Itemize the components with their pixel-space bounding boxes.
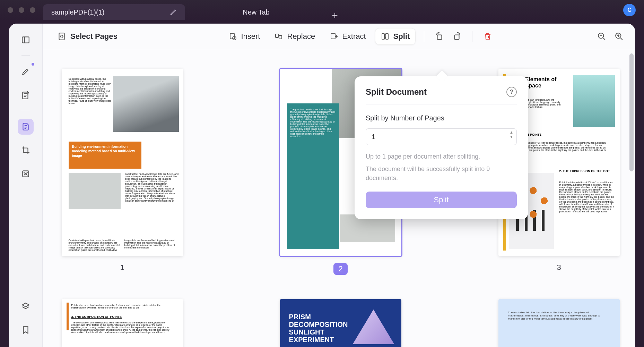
popover-title: Split Document — [366, 87, 427, 97]
thumbnail-cell: PRISM DECOMPOSITION SUNLIGHT EXPERIMENT — [280, 299, 401, 347]
svg-rect-7 — [279, 35, 282, 39]
thumb-text: Combined with practical cases, the build… — [69, 78, 114, 104]
svg-rect-9 — [382, 34, 384, 39]
page-count-input[interactable] — [366, 128, 517, 145]
tab-inactive[interactable]: New Tab — [185, 4, 327, 20]
thumb-text: The composition of ordered points: here … — [71, 321, 172, 333]
minimize-window-button[interactable] — [19, 7, 24, 13]
vertical-scrollbar[interactable] — [629, 53, 634, 171]
highlighter-tool[interactable] — [18, 64, 34, 79]
tab-label: New Tab — [243, 8, 269, 16]
tab-strip: samplePDF(1)(1) New Tab — [43, 0, 340, 20]
thumb-image — [69, 173, 121, 209]
select-pages-button[interactable]: Select Pages — [52, 28, 123, 44]
window-titlebar: samplePDF(1)(1) New Tab C — [0, 0, 644, 20]
replace-label: Replace — [287, 32, 315, 41]
thumb-subheading: 2. THE EXPRESSION OF THE DOT — [559, 169, 615, 173]
svg-rect-1 — [23, 92, 28, 99]
bookmark-button[interactable] — [18, 322, 34, 338]
help-icon[interactable]: ? — [506, 87, 517, 97]
svg-rect-0 — [22, 37, 29, 43]
extract-button[interactable]: Extract — [324, 28, 371, 44]
page-thumbnail-1[interactable]: Combined with practical cases, the build… — [62, 69, 183, 256]
page-toolbar: Select Pages Insert Replace Extract — [43, 24, 635, 49]
thumb-text: Points also have dominant and recessive … — [71, 304, 172, 309]
app-body: Select Pages Insert Replace Extract — [9, 24, 635, 347]
page-manager-tool[interactable] — [18, 119, 34, 135]
thumb-heading: PRISM DECOMPOSITION SUNLIGHT EXPERIMENT — [289, 313, 362, 344]
thumb-text: Point, the interpretation of "Ci Hai" is… — [559, 181, 615, 213]
thumb-block — [287, 227, 339, 249]
extract-label: Extract — [342, 32, 366, 41]
thumbnail-cell: Combined with practical cases, the build… — [62, 69, 183, 275]
separator — [424, 31, 424, 42]
select-pages-icon — [57, 32, 66, 41]
svg-rect-8 — [331, 33, 335, 39]
replace-icon — [275, 32, 283, 41]
separator — [21, 56, 30, 56]
redact-tool[interactable] — [18, 166, 34, 182]
insert-icon — [228, 32, 237, 41]
pencil-icon[interactable] — [170, 9, 177, 16]
thumb-text: Combined with practical cases, low-altit… — [69, 239, 176, 251]
indicator-dot-icon — [32, 63, 34, 66]
thumbnail-cell: Points also have dominant and recessive … — [62, 299, 183, 347]
page-thumbnail-5[interactable]: PRISM DECOMPOSITION SUNLIGHT EXPERIMENT — [280, 299, 401, 347]
split-action-button[interactable]: Split — [366, 192, 517, 208]
zoom-out-button[interactable] — [595, 29, 609, 43]
svg-rect-11 — [437, 35, 442, 39]
tab-active[interactable]: samplePDF(1)(1) — [43, 4, 185, 20]
popover-header: Split Document ? — [366, 87, 517, 104]
separator — [21, 111, 30, 111]
sidebar — [9, 24, 42, 347]
split-button[interactable]: Split — [375, 28, 416, 45]
content-area: Select Pages Insert Replace Extract — [42, 24, 635, 347]
delete-button[interactable] — [481, 29, 495, 43]
new-tab-button[interactable] — [330, 10, 340, 20]
rotate-right-button[interactable] — [450, 29, 464, 43]
page-thumbnail-4[interactable]: Points also have dominant and recessive … — [62, 299, 183, 347]
extract-icon — [330, 32, 338, 41]
thumb-text: constructed, multi-view image data are f… — [125, 173, 179, 202]
stepper-up-icon[interactable]: ▲ — [510, 130, 513, 134]
zoom-in-button[interactable] — [612, 29, 626, 43]
layers-button[interactable] — [18, 298, 34, 314]
select-pages-label: Select Pages — [70, 32, 118, 41]
thumb-subheading: 3. THE COMPOSITION OF POINTS — [71, 315, 122, 319]
avatar-initial: C — [627, 7, 632, 13]
split-action-label: Split — [434, 195, 449, 204]
split-hint: Up to 1 page per document after splittin… — [366, 152, 517, 161]
page-number: 2 — [333, 263, 347, 275]
thumb-image — [113, 76, 179, 132]
rotate-left-button[interactable] — [433, 29, 446, 43]
split-label: Split — [393, 32, 410, 41]
thumbnail-cell: These studies laid the foundation for th… — [498, 299, 620, 347]
thumb-accent — [67, 303, 69, 330]
split-icon — [381, 32, 389, 41]
close-window-button[interactable] — [8, 7, 13, 13]
svg-rect-10 — [386, 34, 388, 39]
insert-button[interactable]: Insert — [223, 28, 266, 44]
user-avatar[interactable]: C — [623, 4, 636, 16]
panel-toggle-button[interactable] — [18, 32, 34, 48]
insert-label: Insert — [241, 32, 260, 41]
thumb-bg — [498, 299, 620, 347]
page-number: 3 — [557, 263, 561, 272]
thumb-text: These studies laid the foundation for th… — [508, 311, 602, 320]
stepper-down-icon[interactable]: ▼ — [510, 135, 513, 139]
separator — [472, 31, 472, 42]
page-thumbnail-6[interactable]: These studies laid the foundation for th… — [498, 299, 620, 347]
thumb-image — [573, 75, 615, 127]
crop-tool[interactable] — [18, 142, 34, 158]
thumb-heading: Building environment information modelin… — [69, 142, 141, 169]
thumbnail-area[interactable]: Combined with practical cases, the build… — [43, 49, 635, 347]
replace-button[interactable]: Replace — [269, 28, 321, 44]
svg-rect-3 — [59, 33, 64, 40]
maximize-window-button[interactable] — [30, 7, 35, 13]
split-popover: Split Document ? Split by Number of Page… — [355, 76, 528, 219]
page-count-stepper: ▲ ▼ — [366, 128, 517, 145]
page-number: 1 — [120, 263, 124, 272]
split-field-label: Split by Number of Pages — [366, 114, 517, 122]
annotate-tool[interactable] — [18, 87, 34, 103]
svg-rect-12 — [455, 35, 459, 39]
